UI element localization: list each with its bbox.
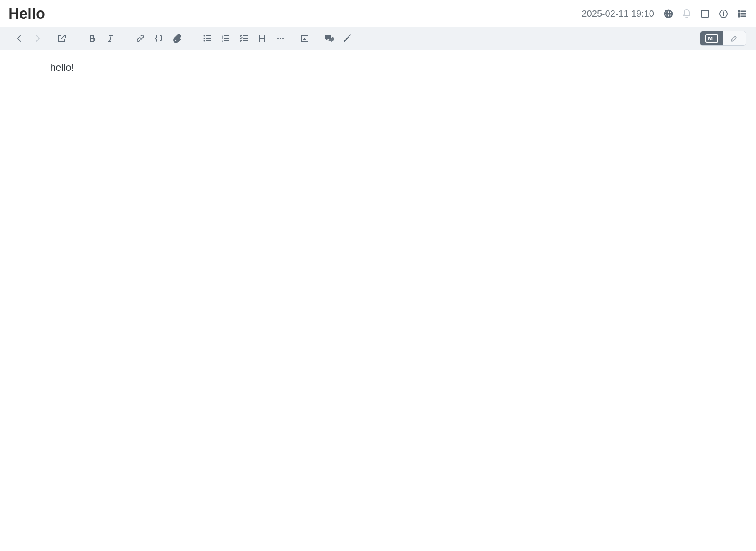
link-button[interactable]: [131, 30, 149, 47]
svg-rect-12: [206, 35, 211, 36]
highlighter-button[interactable]: [338, 30, 357, 47]
svg-point-13: [204, 38, 205, 39]
svg-rect-23: [243, 35, 248, 36]
svg-rect-10: [741, 16, 746, 17]
task-list-button[interactable]: [235, 30, 253, 47]
svg-rect-24: [243, 38, 248, 39]
view-mode-toggle: M↓: [700, 31, 746, 46]
heading-button[interactable]: [253, 30, 271, 47]
svg-point-3: [723, 12, 724, 13]
svg-point-11: [204, 35, 205, 37]
svg-rect-5: [738, 10, 740, 12]
toolbar-right: M↓: [700, 31, 746, 46]
more-button[interactable]: [271, 30, 290, 47]
markdown-icon: M↓: [705, 34, 718, 43]
svg-rect-22: [224, 40, 229, 41]
svg-rect-4: [723, 13, 724, 16]
external-link-button[interactable]: [53, 30, 71, 47]
split-view-icon[interactable]: [699, 8, 711, 20]
svg-rect-18: [224, 35, 229, 36]
code-braces-button[interactable]: [149, 30, 168, 47]
svg-point-28: [282, 38, 284, 39]
svg-point-26: [277, 38, 279, 39]
bell-icon[interactable]: [681, 8, 693, 20]
calendar-plus-button[interactable]: [296, 30, 314, 47]
info-icon[interactable]: [718, 8, 729, 20]
language-icon[interactable]: [662, 8, 674, 20]
content-area[interactable]: hello!: [0, 50, 756, 85]
nav-back-button[interactable]: [10, 30, 28, 47]
italic-button[interactable]: [101, 30, 119, 47]
svg-rect-20: [224, 38, 229, 39]
attachment-button[interactable]: [168, 30, 186, 47]
ordered-list-button[interactable]: 123: [216, 30, 235, 47]
mode-markdown-button[interactable]: M↓: [700, 31, 723, 45]
svg-rect-25: [243, 40, 248, 41]
nav-forward-button[interactable]: [28, 30, 47, 47]
outline-icon[interactable]: [736, 8, 748, 20]
bullet-list-button[interactable]: [198, 30, 216, 47]
svg-point-15: [204, 40, 205, 42]
toolbar: 123 M↓: [0, 27, 756, 50]
svg-rect-7: [738, 13, 740, 15]
header-right: 2025-02-11 19:10: [582, 8, 748, 20]
svg-rect-8: [741, 13, 746, 14]
svg-rect-16: [206, 40, 211, 41]
svg-rect-14: [206, 38, 211, 39]
timestamp: 2025-02-11 19:10: [582, 8, 654, 19]
bold-button[interactable]: [83, 30, 101, 47]
svg-rect-6: [741, 11, 746, 12]
header: Hello 2025-02-11 19:10: [0, 0, 756, 27]
mode-edit-button[interactable]: [723, 31, 746, 45]
svg-rect-9: [738, 15, 740, 17]
comments-button[interactable]: [320, 30, 338, 47]
svg-text:3: 3: [222, 39, 223, 42]
page-title: Hello: [8, 5, 45, 23]
svg-point-27: [280, 38, 281, 39]
body-text: hello!: [50, 62, 739, 73]
